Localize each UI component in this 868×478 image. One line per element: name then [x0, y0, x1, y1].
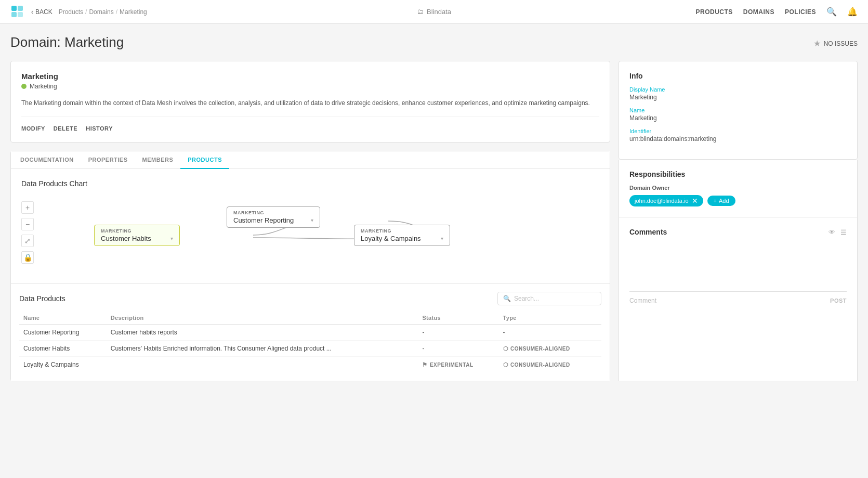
- add-owner-button[interactable]: + Add: [707, 196, 735, 206]
- node-customer-reporting-label: MARKETING: [233, 210, 313, 215]
- node-chevron-2: ▾: [311, 217, 313, 223]
- breadcrumb-products[interactable]: Products: [59, 8, 83, 16]
- node-loyalty-label: MARKETING: [361, 228, 443, 234]
- node-customer-reporting[interactable]: MARKETING Customer Reporting ▾: [227, 206, 320, 228]
- back-chevron: ‹: [31, 8, 33, 16]
- top-navigation: ‹ BACK Products / Domains / Marketing 🗂 …: [0, 0, 868, 24]
- owner-email: john.doe@blindata.io: [635, 198, 689, 204]
- tabs-container: DOCUMENTATION PROPERTIES MEMBERS PRODUCT…: [10, 151, 610, 381]
- table-row: Customer Reporting Customer habits repor…: [19, 325, 601, 341]
- zoom-in-button[interactable]: +: [21, 201, 34, 214]
- tab-properties[interactable]: PROPERTIES: [81, 151, 135, 169]
- add-label: Add: [719, 198, 729, 204]
- comments-menu-icon[interactable]: ☰: [840, 228, 847, 236]
- node-customer-habits-name: Customer Habits ▾: [101, 235, 173, 242]
- post-button[interactable]: POST: [830, 298, 847, 304]
- identifier-label: Identifier: [629, 128, 847, 134]
- type-icon-2: ⬡: [503, 361, 509, 368]
- display-name-value: Marketing: [629, 94, 847, 101]
- row-status: ⚑ EXPERIMENTAL: [418, 357, 498, 373]
- responsibilities-title: Responsibilities: [629, 170, 847, 178]
- comments-header: Comments 👁 ☰: [629, 228, 847, 236]
- comments-actions: 👁 ☰: [828, 228, 847, 236]
- chart-title: Data Products Chart: [21, 179, 599, 188]
- breadcrumb-domains[interactable]: Domains: [89, 8, 113, 16]
- chart-area: Data Products Chart + − ⤢ 🔒: [11, 169, 610, 283]
- row-description: [107, 357, 418, 373]
- info-identifier: Identifier urn:blindata:domains:marketin…: [629, 128, 847, 143]
- row-type: -: [499, 325, 601, 341]
- delete-button[interactable]: DELETE: [54, 125, 77, 132]
- nav-left: ‹ BACK Products / Domains / Marketing: [10, 5, 147, 19]
- breadcrumb-sep-1: /: [85, 8, 87, 16]
- nav-center: 🗂 Blindata: [417, 8, 451, 16]
- tabs: DOCUMENTATION PROPERTIES MEMBERS PRODUCT…: [11, 151, 610, 169]
- node-chevron: ▾: [170, 236, 173, 241]
- type-icon: ⬡: [503, 345, 509, 352]
- fullscreen-button[interactable]: ⤢: [21, 235, 34, 247]
- table-search-icon: 🔍: [503, 295, 511, 302]
- description: The Marketing domain within the context …: [21, 98, 599, 108]
- nav-policies[interactable]: POLICIES: [785, 8, 816, 16]
- card-header: Marketing: [21, 72, 599, 81]
- status-badge-experimental: ⚑ EXPERIMENTAL: [422, 361, 473, 368]
- table-title: Data Products: [19, 294, 65, 303]
- nav-products[interactable]: PRODUCTS: [695, 8, 732, 16]
- tab-documentation[interactable]: DOCUMENTATION: [13, 151, 81, 169]
- zoom-out-button[interactable]: −: [21, 218, 34, 230]
- lock-button[interactable]: 🔒: [21, 251, 34, 264]
- type-badge-consumer-2: ⬡ CONSUMER-ALIGNED: [503, 361, 570, 368]
- comments-visibility-icon[interactable]: 👁: [828, 228, 835, 236]
- history-button[interactable]: HISTORY: [86, 125, 113, 132]
- breadcrumb: Products / Domains / Marketing: [59, 8, 147, 16]
- star-icon[interactable]: ★: [813, 38, 821, 48]
- row-name[interactable]: Customer Habits: [19, 341, 107, 357]
- row-name[interactable]: Customer Reporting: [19, 325, 107, 341]
- search-box[interactable]: 🔍: [497, 292, 601, 305]
- breadcrumb-marketing[interactable]: Marketing: [120, 8, 147, 16]
- responsibilities-card: Responsibilities Domain Owner john.doe@b…: [619, 160, 858, 217]
- nav-domains[interactable]: DOMAINS: [743, 8, 774, 16]
- svg-rect-0: [11, 6, 17, 11]
- nav-right: PRODUCTS DOMAINS POLICIES 🔍 🔔: [695, 7, 858, 17]
- bell-icon[interactable]: 🔔: [847, 7, 858, 17]
- breadcrumb-sep-2: /: [116, 8, 117, 16]
- node-loyalty-campains[interactable]: MARKETING Loyalty & Campains ▾: [354, 225, 450, 246]
- display-name-label: Display Name: [629, 86, 847, 93]
- col-name: Name: [19, 312, 107, 325]
- row-description: Customer habits reports: [107, 325, 418, 341]
- tab-products[interactable]: PRODUCTS: [180, 151, 229, 169]
- node-customer-habits-label: MARKETING: [101, 228, 173, 234]
- col-description: Description: [107, 312, 418, 325]
- status-flag-icon: ⚑: [422, 361, 428, 368]
- row-status: -: [418, 341, 498, 357]
- remove-owner-button[interactable]: ✕: [692, 197, 698, 204]
- card-actions: MODIFY DELETE HISTORY: [21, 117, 599, 132]
- node-customer-habits[interactable]: MARKETING Customer Habits ▾: [94, 225, 180, 246]
- svg-rect-3: [18, 12, 23, 17]
- app-db-icon: 🗂: [417, 8, 424, 16]
- owner-tag: john.doe@blindata.io ✕: [629, 195, 703, 206]
- comment-footer: POST: [629, 291, 847, 304]
- row-type: ⬡ CONSUMER-ALIGNED: [499, 357, 601, 373]
- node-loyalty-name: Loyalty & Campains ▾: [361, 235, 443, 242]
- table-row: Customer Habits Customers' Habits Enrich…: [19, 341, 601, 357]
- data-products-section: Data Products 🔍 Name Description Status: [11, 283, 610, 381]
- info-card: Info Display Name Marketing Name Marketi…: [619, 61, 858, 160]
- search-input[interactable]: [514, 295, 596, 302]
- table-row: Loyalty & Campains ⚑ EXPERIMENTAL: [19, 357, 601, 373]
- tab-members[interactable]: MEMBERS: [135, 151, 181, 169]
- search-icon[interactable]: 🔍: [826, 7, 837, 17]
- status-label: Marketing: [30, 83, 57, 90]
- node-customer-reporting-name: Customer Reporting ▾: [233, 216, 313, 224]
- comment-input[interactable]: [629, 297, 830, 304]
- modify-button[interactable]: MODIFY: [21, 125, 45, 132]
- info-title: Info: [629, 72, 847, 80]
- row-name[interactable]: Loyalty & Campains: [19, 357, 107, 373]
- no-issues-indicator: ★ NO ISSUES: [813, 38, 858, 48]
- back-button[interactable]: ‹ BACK: [31, 8, 52, 16]
- right-panel: Info Display Name Marketing Name Marketi…: [619, 61, 858, 381]
- app-name: Blindata: [427, 8, 451, 16]
- comment-area: [629, 244, 847, 286]
- page-header: Domain: Marketing ★ NO ISSUES: [10, 34, 858, 53]
